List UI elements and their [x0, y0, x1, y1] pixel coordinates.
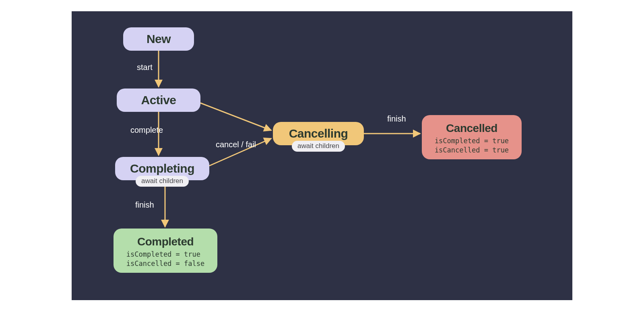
- edge-label-cancel-fail: cancel / fail: [216, 140, 256, 149]
- edge-label-finish-right: finish: [387, 114, 406, 124]
- state-cancelled-title: Cancelled: [446, 122, 497, 135]
- state-completing: Completing await children: [115, 157, 209, 180]
- state-cancelled-details: isCompleted = true isCancelled = true: [435, 136, 509, 155]
- state-completed-title: Completed: [137, 235, 194, 248]
- state-active-title: Active: [141, 93, 176, 107]
- state-cancelled-line2: isCancelled = true: [435, 146, 509, 155]
- edge-label-finish-left: finish: [135, 200, 154, 210]
- arrow-active-cancelling: [200, 103, 271, 130]
- state-cancelling-sublabel: await children: [292, 141, 345, 152]
- edge-label-complete: complete: [130, 126, 163, 135]
- state-completed-line2: isCancelled = false: [126, 259, 204, 268]
- state-cancelling: Cancelling await children: [273, 122, 364, 145]
- state-completed: Completed isCompleted = true isCancelled…: [114, 229, 217, 273]
- state-completed-line1: isCompleted = true: [126, 250, 204, 259]
- state-completing-sublabel: await children: [136, 176, 189, 187]
- state-new: New: [123, 27, 194, 51]
- state-cancelling-title: Cancelling: [289, 127, 348, 140]
- state-active: Active: [117, 89, 200, 112]
- state-cancelled-line1: isCompleted = true: [435, 136, 509, 146]
- edge-label-start: start: [137, 63, 153, 72]
- diagram-canvas: New Active Completing await children Com…: [72, 11, 572, 300]
- state-completing-title: Completing: [130, 162, 194, 175]
- state-cancelled: Cancelled isCompleted = true isCancelled…: [422, 115, 522, 159]
- state-completed-details: isCompleted = true isCancelled = false: [126, 250, 204, 268]
- state-new-title: New: [147, 32, 171, 46]
